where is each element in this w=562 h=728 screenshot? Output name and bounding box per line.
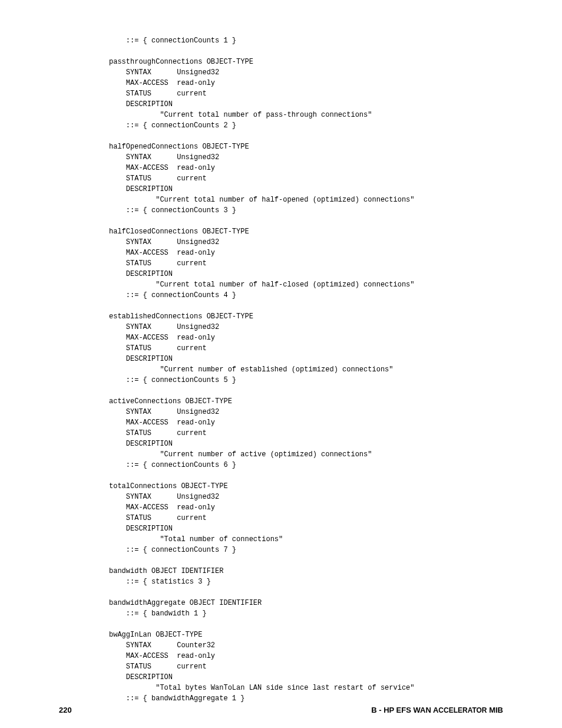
page-number: 220	[59, 704, 72, 716]
footer-title: B - HP EFS WAN ACCELERATOR MIB	[371, 704, 503, 716]
mib-code-block: ::= { connectionCounts 1 } passthroughCo…	[109, 0, 562, 704]
code-text: ::= { connectionCounts 1 } passthroughCo…	[109, 37, 414, 703]
